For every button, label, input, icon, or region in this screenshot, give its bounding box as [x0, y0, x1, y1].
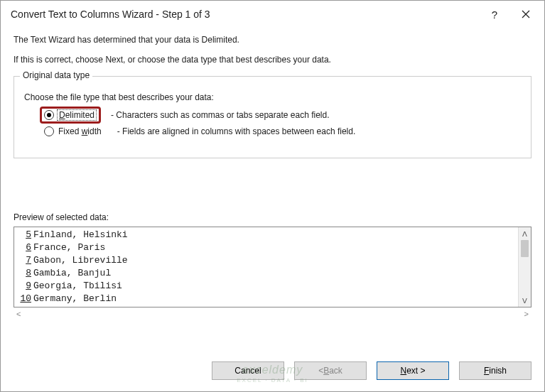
titlebar: Convert Text to Columns Wizard - Step 1 … [1, 1, 544, 28]
next-button[interactable]: Next > [377, 361, 449, 380]
vertical-scrollbar[interactable]: ᐱ ᐯ [518, 227, 531, 307]
line-number: 9 [17, 280, 31, 293]
line-number: 6 [17, 241, 31, 254]
preview-lines: 5Finland, Helsinki 6France, Paris 7Gabon… [14, 227, 518, 307]
radio-row-fixed: Fixed width - Fields are aligned in colu… [24, 126, 521, 136]
close-button[interactable] [510, 4, 541, 25]
scroll-down-icon[interactable]: ᐯ [519, 294, 531, 307]
line-text: France, Paris [33, 241, 105, 254]
back-button[interactable]: < Back [294, 361, 367, 380]
delimited-description: - Characters such as commas or tabs sepa… [111, 110, 329, 120]
intro-text-1: The Text Wizard has determined that your… [14, 35, 531, 45]
line-text: Gambia, Banjul [33, 267, 111, 280]
line-number: 7 [17, 254, 31, 267]
original-data-type-group: Original data type Choose the file type … [14, 76, 531, 158]
scroll-right-icon[interactable]: > [524, 310, 529, 318]
line-text: Gabon, Libreville [33, 254, 128, 267]
preview-label: Preview of selected data: [14, 212, 531, 222]
cancel-button[interactable]: Cancel [212, 361, 284, 380]
preview-row: 6France, Paris [17, 241, 518, 254]
radio-delimited-label[interactable]: Delimited [57, 109, 97, 121]
line-text: Finland, Helsinki [33, 229, 128, 241]
fixed-description: - Fields are aligned in columns with spa… [117, 126, 356, 136]
button-bar: Cancel < Back Next > Finish [1, 352, 544, 391]
preview-row: 9Georgia, Tbilisi [17, 280, 518, 293]
close-icon [522, 10, 530, 18]
radio-delimited[interactable] [44, 110, 54, 120]
choose-text: Choose the file type that best describes… [24, 92, 521, 102]
radio-row-delimited: Delimited - Characters such as commas or… [24, 107, 521, 124]
intro-text-2: If this is correct, choose Next, or choo… [14, 55, 531, 65]
delimited-highlight: Delimited [40, 107, 101, 124]
scroll-left-icon[interactable]: < [16, 310, 21, 318]
dialog-content: The Text Wizard has determined that your… [1, 28, 544, 352]
radio-fixed-width[interactable] [44, 126, 54, 136]
preview-row: 5Finland, Helsinki [17, 229, 518, 241]
line-text: Germany, Berlin [33, 293, 117, 305]
radio-checked-icon [47, 113, 51, 117]
wizard-dialog: Convert Text to Columns Wizard - Step 1 … [0, 0, 545, 392]
preview-row: 7Gabon, Libreville [17, 254, 518, 267]
line-number: 5 [17, 229, 31, 241]
finish-button[interactable]: Finish [459, 361, 531, 380]
dialog-title: Convert Text to Columns Wizard - Step 1 … [11, 9, 479, 20]
scroll-thumb[interactable] [521, 240, 529, 257]
group-legend: Original data type [20, 70, 92, 80]
help-button[interactable]: ? [479, 4, 510, 25]
line-number: 10 [17, 293, 31, 305]
line-text: Georgia, Tbilisi [33, 280, 122, 293]
scroll-up-icon[interactable]: ᐱ [519, 227, 531, 240]
preview-box: 5Finland, Helsinki 6France, Paris 7Gabon… [14, 227, 531, 307]
preview-row: 8Gambia, Banjul [17, 267, 518, 280]
radio-fixed-label[interactable]: Fixed width [57, 126, 103, 136]
line-number: 8 [17, 267, 31, 280]
horizontal-scrollbar[interactable]: < > [14, 307, 531, 320]
preview-row: 10Germany, Berlin [17, 293, 518, 305]
scroll-track[interactable] [519, 257, 531, 294]
